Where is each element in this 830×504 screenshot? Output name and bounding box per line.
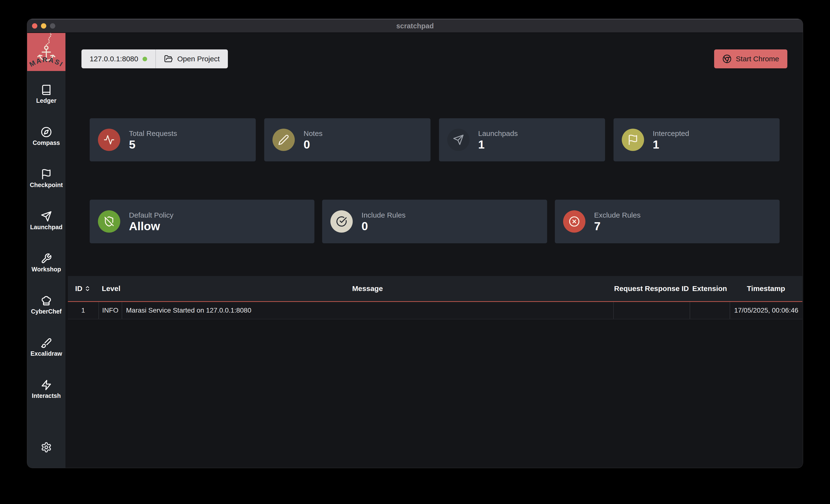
cell-id: 1 bbox=[68, 302, 98, 319]
cell-level: INFO bbox=[98, 302, 122, 319]
send-icon bbox=[41, 211, 52, 222]
send-icon bbox=[447, 129, 470, 151]
sidebar-item-label: Ledger bbox=[36, 97, 56, 104]
gear-icon bbox=[41, 442, 52, 453]
check-circle-icon bbox=[330, 210, 353, 233]
sidebar-item-interactsh[interactable]: Interactsh bbox=[27, 379, 65, 399]
column-label: Message bbox=[352, 284, 383, 293]
stat-value: 1 bbox=[478, 139, 518, 150]
scope-value: 7 bbox=[594, 221, 641, 232]
cell-timestamp: 17/05/2025, 00:06:46 bbox=[730, 302, 802, 319]
scope-card-exclude-rules: Exclude Rules 7 bbox=[555, 200, 779, 243]
stat-label: Total Requests bbox=[129, 129, 177, 138]
shield-off-icon bbox=[98, 210, 120, 233]
sidebar-item-label: Checkpoint bbox=[30, 181, 63, 189]
column-label: Level bbox=[102, 284, 121, 293]
chrome-icon bbox=[722, 54, 732, 64]
sidebar-item-checkpoint[interactable]: Checkpoint bbox=[27, 169, 65, 189]
scope-cards-row: Default Policy Allow Include Rules 0 bbox=[90, 200, 779, 243]
sidebar-item-cyberchef[interactable]: CyberChef bbox=[27, 295, 65, 315]
log-table-header: ID Level Message Request Response ID Ext… bbox=[68, 276, 802, 301]
scope-card-include-rules: Include Rules 0 bbox=[322, 200, 547, 243]
scope-value: Allow bbox=[129, 221, 173, 232]
column-label: Request Response ID bbox=[614, 284, 689, 293]
open-project-button[interactable]: Open Project bbox=[156, 49, 228, 68]
stat-value: 5 bbox=[129, 139, 177, 150]
stat-card-launchpads: Launchpads 1 bbox=[439, 118, 605, 161]
stat-card-total-requests: Total Requests 5 bbox=[90, 118, 256, 161]
log-table: ID Level Message Request Response ID Ext… bbox=[68, 276, 802, 320]
column-label: Timestamp bbox=[747, 284, 785, 293]
flag-icon bbox=[41, 169, 52, 180]
flag-icon bbox=[622, 129, 644, 151]
proxy-address-button[interactable]: 127.0.0.1:8080 bbox=[82, 49, 155, 68]
sort-icon bbox=[84, 285, 91, 292]
close-window-button[interactable] bbox=[32, 23, 37, 29]
column-header-message: Message bbox=[122, 284, 613, 293]
titlebar: scratchpad bbox=[27, 19, 803, 33]
folder-open-icon bbox=[164, 55, 173, 63]
pencil-icon bbox=[273, 129, 295, 151]
stat-label: Launchpads bbox=[478, 129, 518, 138]
log-table-row[interactable]: 1 INFO Marasi Service Started on 127.0.0… bbox=[68, 301, 802, 320]
proxy-status-dot bbox=[142, 57, 147, 61]
book-icon bbox=[41, 84, 52, 96]
column-header-request-response-id: Request Response ID bbox=[613, 284, 690, 293]
x-circle-icon bbox=[563, 210, 585, 233]
minimize-window-button[interactable] bbox=[41, 23, 46, 29]
scope-label: Default Policy bbox=[129, 211, 173, 219]
cell-extension bbox=[690, 302, 730, 319]
stat-value: 1 bbox=[653, 139, 689, 150]
zoom-window-button[interactable] bbox=[50, 23, 55, 29]
chain-graphic bbox=[46, 33, 51, 45]
brand-name: MARASI bbox=[28, 56, 65, 69]
scope-label: Include Rules bbox=[361, 211, 406, 219]
window-title: scratchpad bbox=[396, 22, 434, 30]
sidebar-item-launchpad[interactable]: Launchpad bbox=[27, 211, 65, 231]
scope-value: 0 bbox=[361, 221, 406, 232]
stat-value: 0 bbox=[304, 139, 322, 150]
cell-message: Marasi Service Started on 127.0.0.1:8080 bbox=[122, 302, 613, 319]
scope-label: Exclude Rules bbox=[594, 211, 641, 219]
sidebar-item-label: Interactsh bbox=[32, 392, 61, 399]
settings-button[interactable] bbox=[41, 442, 52, 454]
brush-icon bbox=[41, 337, 52, 348]
dashboard-stats-row: Total Requests 5 Notes 0 bbox=[90, 118, 779, 161]
stat-card-intercepted: Intercepted 1 bbox=[613, 118, 779, 161]
cell-request-response-id bbox=[613, 302, 690, 319]
wrench-icon bbox=[41, 253, 52, 264]
stat-card-notes: Notes 0 bbox=[264, 118, 430, 161]
svg-text:MARASI: MARASI bbox=[28, 56, 65, 69]
zap-icon bbox=[41, 379, 52, 391]
compass-icon bbox=[41, 127, 52, 138]
column-header-timestamp: Timestamp bbox=[730, 284, 802, 293]
column-label: ID bbox=[75, 284, 83, 293]
stat-label: Notes bbox=[304, 129, 322, 138]
column-header-extension: Extension bbox=[690, 284, 730, 293]
start-chrome-button[interactable]: Start Chrome bbox=[714, 49, 787, 68]
traffic-lights bbox=[32, 20, 55, 32]
sidebar-item-compass[interactable]: Compass bbox=[27, 127, 65, 146]
proxy-address: 127.0.0.1:8080 bbox=[90, 55, 138, 63]
scope-card-default-policy: Default Policy Allow bbox=[90, 200, 314, 243]
stat-label: Intercepted bbox=[653, 129, 689, 138]
main-content: 127.0.0.1:8080 Open Project Start Chrome bbox=[65, 33, 803, 468]
sidebar-item-excalidraw[interactable]: Excalidraw bbox=[27, 337, 65, 357]
activity-icon bbox=[98, 129, 120, 151]
start-chrome-label: Start Chrome bbox=[736, 55, 779, 63]
open-project-label: Open Project bbox=[177, 55, 220, 63]
proxy-toolbar: 127.0.0.1:8080 Open Project bbox=[82, 49, 228, 68]
sidebar-item-label: CyberChef bbox=[31, 308, 62, 315]
sidebar-item-label: Excalidraw bbox=[31, 350, 62, 357]
sidebar-nav: Ledger Compass Checkpoint Launchpad bbox=[27, 84, 65, 399]
column-header-id[interactable]: ID bbox=[68, 284, 98, 293]
sidebar-item-label: Compass bbox=[33, 139, 60, 146]
sidebar-item-ledger[interactable]: Ledger bbox=[27, 84, 65, 104]
marasi-logo: MARASI bbox=[27, 33, 65, 71]
sidebar-item-label: Launchpad bbox=[30, 224, 62, 231]
sidebar-item-workshop[interactable]: Workshop bbox=[27, 253, 65, 273]
sidebar: MARASI Ledger Compass bbox=[27, 33, 65, 468]
app-window: scratchpad MARASI bbox=[27, 19, 803, 468]
column-label: Extension bbox=[692, 284, 727, 293]
sidebar-item-label: Workshop bbox=[32, 266, 61, 273]
